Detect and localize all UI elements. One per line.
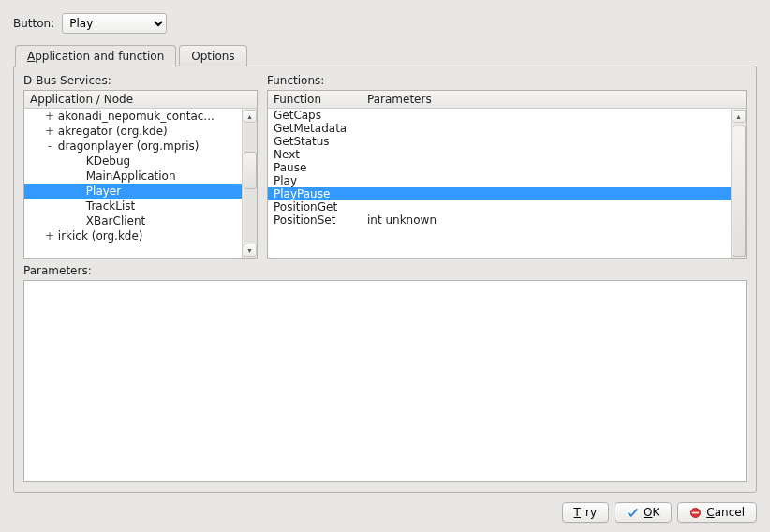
function-name: GetCaps (274, 109, 367, 122)
function-name: Pause (274, 161, 367, 174)
tree-row-label: Player (82, 185, 121, 198)
try-label-rest: ry (585, 506, 597, 519)
scroll-track[interactable] (733, 124, 746, 243)
list-row[interactable]: PlayPause (268, 187, 731, 200)
tree-row-label: akregator (org.kde) (54, 125, 168, 138)
list-row[interactable]: Pause (268, 161, 731, 174)
function-parameters (367, 161, 725, 174)
tree-row[interactable]: KDebug (24, 154, 242, 169)
tab-content: D-Bus Services: Application / Node + ako… (13, 66, 757, 493)
functions-header-parameters[interactable]: Parameters (367, 93, 432, 106)
ok-label-rest: K (652, 506, 659, 519)
scroll-track[interactable] (244, 124, 257, 243)
tab-application-and-function[interactable]: Application and function (15, 45, 176, 67)
functions-header-function[interactable]: Function (274, 93, 367, 106)
scroll-down-icon[interactable]: ▾ (244, 244, 257, 257)
ok-button[interactable]: OK (615, 502, 672, 523)
function-parameters (367, 148, 725, 161)
svg-rect-1 (692, 511, 699, 513)
list-row[interactable]: PositionSetint unknown (268, 214, 731, 227)
dbus-services-tree[interactable]: Application / Node + akonadi_nepomuk_con… (23, 90, 258, 259)
function-parameters (367, 200, 725, 214)
tree-row-label: akonadi_nepomuk_contac... (54, 110, 215, 123)
function-name: GetStatus (274, 135, 367, 148)
tree-row[interactable]: - dragonplayer (org.mpris) (24, 139, 242, 154)
expand-icon[interactable]: + (45, 110, 54, 123)
functions-header[interactable]: Function Parameters (268, 91, 746, 109)
button-selector-row: Button: Play (13, 13, 757, 34)
function-parameters (367, 174, 725, 187)
ok-icon (627, 507, 639, 519)
tree-row[interactable]: Player (24, 184, 242, 199)
dbus-services-label: D-Bus Services: (23, 74, 258, 87)
function-parameters (367, 122, 725, 135)
cancel-icon (689, 507, 702, 519)
button-select[interactable]: Play (62, 13, 167, 34)
functions-list[interactable]: Function Parameters GetCapsGetMetadataGe… (267, 90, 747, 259)
tab-bar: Application and function Options (13, 45, 757, 66)
list-row[interactable]: GetMetadata (268, 122, 731, 135)
tree-row[interactable]: + irkick (org.kde) (24, 229, 242, 244)
tree-row-label: dragonplayer (org.mpris) (54, 140, 200, 153)
tree-row[interactable]: TrackList (24, 199, 242, 214)
tree-row-label: TrackList (82, 200, 135, 213)
scroll-thumb[interactable] (244, 152, 257, 189)
list-row[interactable]: Play (268, 174, 731, 187)
function-parameters (367, 109, 725, 122)
parameters-box[interactable] (23, 280, 747, 482)
function-name: PositionGet (274, 200, 367, 214)
tree-header-application-node[interactable]: Application / Node (24, 91, 257, 109)
cancel-label-rest: ancel (715, 506, 745, 519)
scroll-up-icon[interactable]: ▴ (733, 110, 746, 123)
scroll-up-icon[interactable]: ▴ (244, 110, 257, 123)
list-row[interactable]: Next (268, 148, 731, 161)
tree-row[interactable]: XBarClient (24, 214, 242, 229)
tree-row-label: XBarClient (82, 214, 145, 228)
function-parameters (367, 135, 725, 148)
tree-row[interactable]: + akonadi_nepomuk_contac... (24, 109, 242, 124)
functions-scrollbar[interactable]: ▴ ▾ (731, 109, 746, 258)
tree-row-label: irkick (org.kde) (54, 229, 143, 243)
list-row[interactable]: GetCaps (268, 109, 731, 122)
function-name: Next (274, 148, 367, 161)
function-parameters: int unknown (367, 214, 725, 227)
tab-options-label: Options (191, 50, 234, 63)
function-name: GetMetadata (274, 122, 367, 135)
try-button[interactable]: Try (562, 502, 609, 523)
tree-row-label: MainApplication (82, 170, 176, 183)
tree-row-label: KDebug (82, 155, 130, 168)
cancel-button[interactable]: Cancel (677, 502, 757, 523)
collapse-icon[interactable]: - (45, 140, 54, 153)
function-name: Play (274, 174, 367, 187)
tree-scrollbar[interactable]: ▴ ▾ (242, 109, 257, 258)
expand-icon[interactable]: + (45, 125, 54, 138)
scroll-thumb[interactable] (733, 126, 746, 257)
list-row[interactable]: PositionGet (268, 200, 731, 214)
function-name: PlayPause (274, 187, 367, 200)
function-parameters (367, 187, 725, 200)
tree-row[interactable]: + akregator (org.kde) (24, 124, 242, 139)
tab-app-label-rest: pplication and function (35, 50, 164, 63)
function-name: PositionSet (274, 214, 367, 227)
list-row[interactable]: GetStatus (268, 135, 731, 148)
functions-label: Functions: (267, 74, 747, 87)
parameters-label: Parameters: (23, 264, 747, 277)
expand-icon[interactable]: + (45, 229, 54, 243)
button-label: Button: (13, 17, 54, 30)
tab-options[interactable]: Options (179, 45, 246, 66)
tree-row[interactable]: MainApplication (24, 169, 242, 184)
